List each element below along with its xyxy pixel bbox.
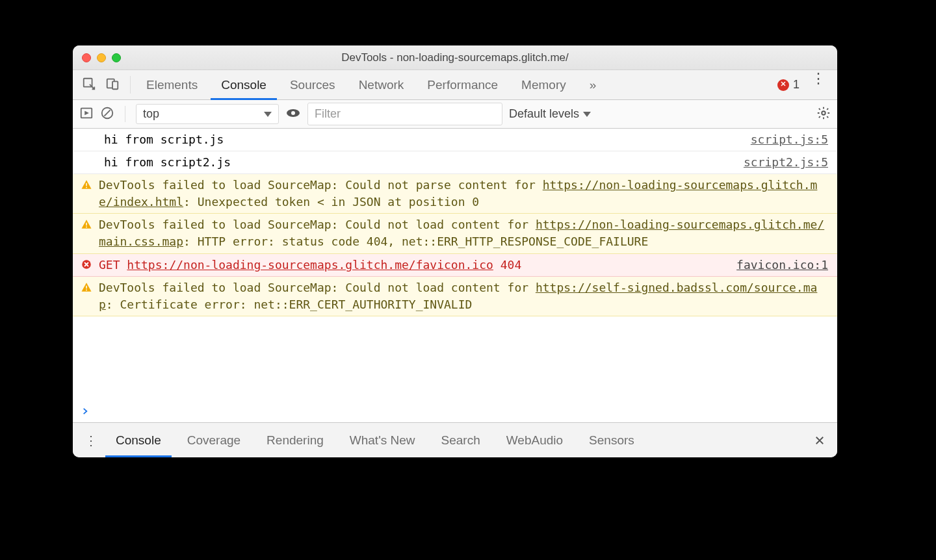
spacer bbox=[81, 154, 104, 156]
inspect-icon[interactable] bbox=[82, 77, 96, 94]
drawer-tab-what-s-new[interactable]: What's New bbox=[337, 423, 428, 457]
svg-rect-2 bbox=[112, 81, 118, 89]
warning-icon bbox=[81, 216, 99, 230]
source-link[interactable]: script2.js:5 bbox=[744, 154, 828, 171]
warning-icon bbox=[81, 279, 99, 293]
chevron-down-icon bbox=[264, 112, 272, 117]
filter-input[interactable] bbox=[307, 103, 502, 125]
svg-point-8 bbox=[86, 187, 87, 188]
log-level-select[interactable]: Default levels bbox=[509, 107, 591, 121]
minimize-window-button[interactable] bbox=[97, 53, 106, 62]
main-tabbar: ElementsConsoleSourcesNetworkPerformance… bbox=[73, 70, 837, 100]
console-row: DevTools failed to load SourceMap: Could… bbox=[73, 214, 837, 253]
tab-console[interactable]: Console bbox=[209, 70, 278, 99]
message-body: DevTools failed to load SourceMap: Could… bbox=[99, 177, 828, 210]
drawer-tabbar: ⋮ ConsoleCoverageRenderingWhat's NewSear… bbox=[73, 422, 837, 457]
close-window-button[interactable] bbox=[82, 53, 91, 62]
tab-network[interactable]: Network bbox=[347, 70, 416, 99]
drawer-tab-coverage[interactable]: Coverage bbox=[174, 423, 254, 457]
window-controls bbox=[82, 53, 121, 62]
message-body: hi from script.js bbox=[104, 131, 742, 148]
drawer-tab-rendering[interactable]: Rendering bbox=[254, 423, 337, 457]
url-link[interactable]: https://non-loading-sourcemaps.glitch.me… bbox=[127, 258, 493, 272]
tab-sources[interactable]: Sources bbox=[278, 70, 347, 99]
chevrons-right-icon: » bbox=[590, 78, 597, 92]
console-row: hi from script.jsscript.js:5 bbox=[73, 129, 837, 151]
source-link[interactable]: favicon.ico:1 bbox=[736, 257, 828, 274]
devtools-window: DevTools - non-loading-sourcemaps.glitch… bbox=[73, 45, 837, 457]
warning-icon bbox=[81, 177, 99, 190]
tab-elements[interactable]: Elements bbox=[135, 70, 209, 99]
message-body: DevTools failed to load SourceMap: Could… bbox=[99, 279, 828, 313]
message-body: hi from script2.js bbox=[104, 154, 734, 171]
console-row: DevTools failed to load SourceMap: Could… bbox=[73, 174, 837, 214]
spacer bbox=[81, 131, 104, 133]
settings-gear-icon[interactable] bbox=[816, 106, 831, 123]
execution-context-select[interactable]: top bbox=[136, 104, 279, 124]
error-dot-icon bbox=[777, 79, 789, 91]
drawer-tab-search[interactable]: Search bbox=[428, 423, 493, 457]
window-title: DevTools - non-loading-sourcemaps.glitch… bbox=[341, 51, 569, 64]
sidebar-toggle-icon[interactable] bbox=[79, 106, 94, 123]
drawer-close-button[interactable] bbox=[809, 423, 831, 457]
drawer-tab-sensors[interactable]: Sensors bbox=[576, 423, 647, 457]
context-label: top bbox=[143, 107, 159, 121]
svg-point-11 bbox=[86, 289, 87, 290]
console-row: GET https://non-loading-sourcemaps.glitc… bbox=[73, 254, 837, 277]
device-toggle-icon[interactable] bbox=[105, 77, 120, 94]
message-body: DevTools failed to load SourceMap: Could… bbox=[99, 216, 828, 250]
titlebar: DevTools - non-loading-sourcemaps.glitch… bbox=[73, 45, 837, 70]
svg-point-6 bbox=[291, 111, 295, 115]
tab-performance[interactable]: Performance bbox=[415, 70, 510, 99]
console-messages: hi from script.jsscript.js:5hi from scri… bbox=[73, 129, 837, 403]
filter-field[interactable] bbox=[307, 103, 502, 125]
console-row: hi from script2.jsscript2.js:5 bbox=[73, 151, 837, 174]
svg-point-7 bbox=[822, 111, 826, 115]
drawer-menu-button[interactable]: ⋮ bbox=[79, 423, 103, 457]
error-icon bbox=[81, 257, 99, 270]
source-link[interactable]: script.js:5 bbox=[751, 131, 828, 148]
main-menu-button[interactable]: ⋮ bbox=[805, 70, 832, 99]
clear-console-icon[interactable] bbox=[100, 106, 114, 123]
chevron-down-icon bbox=[583, 112, 591, 117]
zoom-window-button[interactable] bbox=[112, 53, 121, 62]
error-count-badge[interactable]: 1 bbox=[777, 70, 800, 99]
drawer-tab-console[interactable]: Console bbox=[103, 423, 174, 457]
console-prompt[interactable] bbox=[73, 403, 837, 422]
live-expression-icon[interactable] bbox=[285, 105, 301, 123]
tab-memory[interactable]: Memory bbox=[510, 70, 578, 99]
prompt-chevron-icon bbox=[81, 407, 92, 418]
console-toolbar: top Default levels bbox=[73, 100, 837, 129]
svg-point-9 bbox=[86, 227, 87, 228]
message-body: GET https://non-loading-sourcemaps.glitc… bbox=[99, 257, 727, 274]
drawer-tab-webaudio[interactable]: WebAudio bbox=[493, 423, 576, 457]
overflow-tabs-button[interactable]: » bbox=[578, 70, 608, 99]
console-row: DevTools failed to load SourceMap: Could… bbox=[73, 277, 837, 316]
